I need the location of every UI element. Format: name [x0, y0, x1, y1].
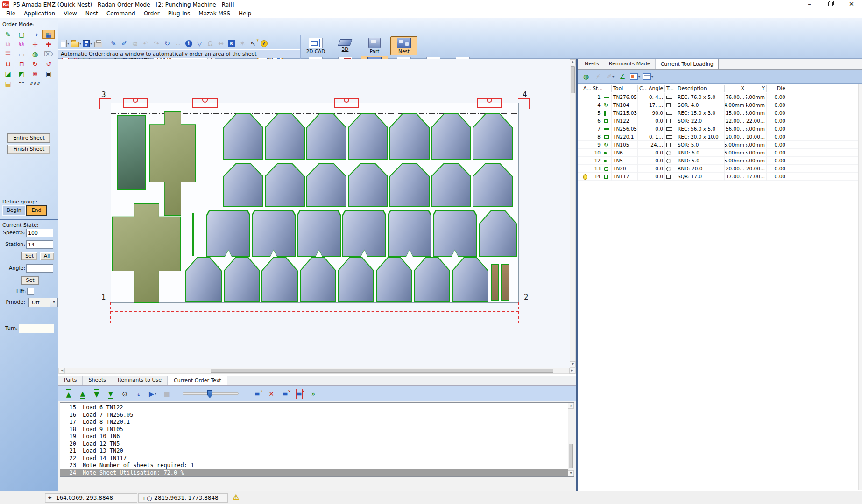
scrollbar-thumb[interactable] [211, 369, 553, 373]
table-row[interactable]: 9↻TN10524....SQR: 5.05.00mm5.00mm0.00 [578, 141, 858, 149]
end-group-button[interactable]: End [26, 205, 47, 216]
redo-icon[interactable]: ↷ [151, 38, 162, 49]
lift-checkbox[interactable] [27, 288, 34, 295]
menu-view[interactable]: View [59, 9, 81, 18]
set-angle-button[interactable]: Set [21, 276, 39, 285]
panel-part[interactable] [388, 210, 431, 257]
table-row[interactable]: 8TN220.10, 1...REC: 20.0 x 10.020.00...1… [578, 133, 858, 141]
simulation-speed-slider[interactable] [183, 392, 239, 395]
scroll-left-icon[interactable]: ◀ [59, 368, 65, 374]
move-order-tool[interactable]: ✛ [29, 40, 41, 49]
order-text-line[interactable]: 21Load 13 TN20 [60, 448, 574, 455]
restore-button[interactable] [820, 0, 841, 9]
order-text-line[interactable]: 15Load 6 TN122 [60, 404, 574, 412]
station-input[interactable] [26, 240, 53, 249]
order-last-icon[interactable]: ▼ [105, 389, 116, 399]
col-tool[interactable]: Tool [612, 85, 638, 92]
auto-order-tool[interactable]: ▦ [42, 30, 55, 39]
order-text-line[interactable]: 18Load 9 TN105 [60, 426, 574, 434]
strip-part[interactable] [491, 264, 499, 301]
order-next-icon[interactable]: ▼ [91, 389, 102, 399]
panel-part[interactable] [342, 210, 386, 257]
bigbtn-3d[interactable]: 3D [332, 36, 359, 55]
save-file-icon[interactable]: ▾ [82, 38, 92, 49]
load-sheet-tool[interactable]: ◪ [2, 69, 14, 78]
chevron-down-icon[interactable]: ▾ [67, 42, 69, 46]
bigbtn-2d-cad[interactable]: 2D CAD [302, 36, 329, 55]
datum-angle-icon[interactable]: ∠ [617, 71, 628, 82]
tab-remnants-made[interactable]: Remnants Made [604, 59, 656, 69]
abort-tool[interactable]: ⊗ [29, 69, 41, 78]
panel-part[interactable] [206, 210, 250, 257]
delete-order-icon[interactable]: ✕ [266, 389, 277, 399]
show-order-icon[interactable]: ⊙ [119, 389, 130, 399]
strip-part[interactable] [501, 264, 509, 301]
pick-tool-icon[interactable]: ✐▾ [605, 71, 615, 82]
wand-icon[interactable]: ✶ [237, 38, 247, 49]
order-line-tool[interactable]: ⇢ [29, 30, 41, 39]
turn-input[interactable] [19, 324, 54, 333]
chevron-down-icon[interactable]: ▾ [79, 42, 81, 46]
table-row[interactable]: 12TN50.0RND: 5.05.00mm5.00mm0.00 [578, 157, 858, 165]
set-station-button[interactable]: Set [21, 252, 37, 260]
multi-edit-icon[interactable]: ⚡ [593, 71, 603, 82]
slider-thumb-handle[interactable] [207, 390, 212, 398]
refresh-icon[interactable]: ↻ [162, 38, 172, 49]
delete-order-lines-icon[interactable]: ≣ [280, 389, 291, 399]
edit-pen-icon[interactable]: ✎ [108, 38, 119, 49]
order-text-scrollbar[interactable]: ▲ ▼ [568, 403, 574, 476]
chevron-down-icon[interactable]: ▾ [612, 75, 614, 79]
col-die[interactable]: Die [767, 85, 787, 92]
order-text-line[interactable]: 16Load 7 TN256.05 [60, 412, 574, 419]
speed-input[interactable] [26, 229, 53, 237]
plate-part[interactable] [117, 115, 146, 190]
order-identical-parts-tool[interactable]: ⧉ [15, 40, 28, 49]
order-text-line[interactable]: 22Load 14 TN117 [60, 455, 574, 462]
menu-application[interactable]: Application [20, 9, 59, 18]
scroll-down-icon[interactable]: ▼ [568, 470, 574, 476]
edit-order-text-icon[interactable]: ≣ [252, 389, 263, 399]
view-details-icon[interactable]: ▾ [643, 71, 654, 82]
clamp-window-tool[interactable]: ⊓ [15, 59, 28, 68]
all-stations-button[interactable]: All [40, 252, 54, 260]
order-common-parts-tool[interactable]: ⧉ [2, 40, 14, 49]
table-row[interactable]: 4↻TN10417, ...SQR: 4.04.00mm4.00mm0.00 [578, 101, 858, 109]
menu-file[interactable]: File [2, 9, 20, 18]
col-description[interactable]: Description [676, 85, 725, 92]
menu-help[interactable]: Help [234, 9, 255, 18]
context-help-icon[interactable]: ↖ [248, 38, 258, 49]
table-row[interactable]: 5TN215.0390.0REC: 15.0 x 3.015.00...3.00… [578, 109, 858, 117]
move-order-all-tool[interactable]: ✚ [42, 40, 55, 49]
warning-icon[interactable]: ⚠ [233, 493, 239, 502]
step-order-icon[interactable]: ⇣ [133, 389, 144, 399]
table-row[interactable]: 13TN200.0RND: 20.020.00...20.00...0.00 [578, 165, 858, 173]
repunch-tool[interactable]: ▣ [42, 69, 55, 78]
tab-parts[interactable]: Parts [58, 376, 83, 385]
nest-canvas[interactable]: 3 4 1 2 [58, 59, 570, 368]
scrollbar-thumb[interactable] [569, 444, 573, 468]
help-icon[interactable] [259, 38, 269, 49]
delete-order-tool[interactable]: ⌦ [42, 49, 55, 58]
bigbtn-part[interactable]: Part [361, 36, 388, 55]
table-row[interactable]: 14TN1170.0SQR: 17.017.00...17.00...0.00 [578, 173, 858, 181]
scroll-up-icon[interactable]: ▲ [568, 403, 574, 409]
pick-pen-icon[interactable]: ✐ [119, 38, 129, 49]
open-file-icon[interactable]: ▾ [71, 38, 82, 49]
table-scrollbar-track[interactable] [858, 84, 862, 490]
scrollbar-thumb[interactable] [571, 66, 575, 93]
simulate-play-icon[interactable]: ▶▾ [147, 389, 158, 399]
order-sheet-tool[interactable]: ◍ [29, 49, 41, 58]
order-text-line[interactable]: 17Load 8 TN220.1 [60, 419, 574, 426]
order-window-tool[interactable]: ▢ [15, 30, 28, 39]
clamp-tool[interactable]: ⊔ [2, 59, 14, 68]
minimize-button[interactable]: – [799, 0, 820, 9]
order-single-tool[interactable]: ✎ [2, 30, 14, 39]
panel-part[interactable] [252, 210, 296, 257]
col-c[interactable]: C... [638, 85, 647, 92]
panel-part[interactable] [297, 210, 341, 257]
tab-remnants-to-use[interactable]: Remnants to Use [112, 376, 168, 385]
order-text-line[interactable]: 24Note Sheet Utilisation: 72.0 % [60, 469, 574, 477]
chevron-down-icon[interactable]: ▾ [638, 75, 640, 79]
order-text-list[interactable]: 15Load 6 TN12216Load 7 TN256.0517Load 8 … [60, 402, 574, 477]
view-icons-icon[interactable]: ▾ [629, 71, 641, 82]
